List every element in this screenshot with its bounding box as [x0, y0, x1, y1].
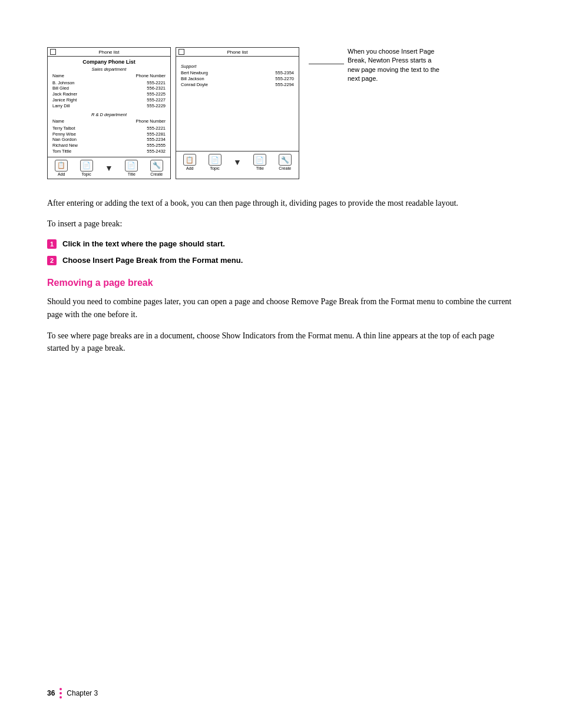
annotation-line: [309, 64, 344, 64]
footer-chapter: Chapter 3: [67, 689, 98, 697]
step-text-1: Click in the text where the page should …: [62, 239, 225, 249]
topic-icon-2: 📄: [209, 154, 222, 166]
toolbar-title-2: 📄 Title: [253, 154, 266, 170]
page-footer: 36 Chapter 3: [0, 688, 562, 699]
step-number-2: 2: [47, 256, 57, 265]
rd-row-1: Terry Talbot555-2221: [52, 126, 166, 131]
sales-row-4: Janice Right555-2227: [52, 97, 166, 103]
windows-container: Phone list Company Phone List Sales depa…: [47, 47, 299, 179]
illustration-container: Phone list Company Phone List Sales depa…: [47, 47, 515, 179]
dept2-label: R & D department: [52, 112, 166, 117]
toolbar-add-1: 📋 Add: [55, 160, 68, 176]
rd-row-2: Penny Wise555-2281: [52, 131, 166, 137]
toolbar-arrow-2: ▼: [233, 157, 242, 167]
toolbar-topic-2: 📄 Topic: [209, 154, 222, 170]
footer-dots: [59, 688, 62, 699]
toolbar-arrow-1: ▼: [105, 163, 113, 173]
window-1-titlebar: Phone list: [48, 48, 170, 57]
footer-dot-2: [59, 692, 62, 694]
sales-row-3: Jack Radner555-2225: [52, 91, 166, 97]
col-name-1: Name: [52, 73, 64, 80]
sales-row-2: Bill Gled556-2321: [52, 85, 166, 91]
window-2-body: Support Bert Newburg555-2354 Bill Jackso…: [176, 57, 299, 151]
create-icon-2: 🔧: [279, 154, 292, 166]
window-2-toolbar: 📋 Add 📄 Topic ▼ 📄 Title �: [176, 151, 299, 173]
toolbar-topic-1: 📄 Topic: [80, 160, 93, 176]
phone-list-window-1: Phone list Company Phone List Sales depa…: [47, 47, 171, 179]
section-heading: Removing a page break: [47, 278, 515, 288]
title-icon-1: 📄: [125, 160, 138, 172]
title-label-1: Title: [128, 172, 135, 176]
window-2-title: Phone list: [184, 50, 290, 55]
arrow-icon-1: ▼: [105, 163, 113, 173]
body-para-1: After entering or adding the text of a b…: [47, 197, 515, 210]
create-label-2: Create: [279, 166, 291, 170]
toolbar-title-1: 📄 Title: [125, 160, 138, 176]
create-label-1: Create: [150, 172, 163, 176]
section-para-1: Should you need to combine pages later, …: [47, 295, 515, 321]
rd-row-3: Nan Gordon555-2234: [52, 137, 166, 143]
add-label-1: Add: [58, 172, 65, 176]
toolbar-create-1: 🔧 Create: [150, 160, 163, 176]
step-text-2: Choose Insert Page Break from the Format…: [62, 255, 243, 266]
step-item-1: 1 Click in the text where the page shoul…: [47, 239, 515, 249]
topic-label-2: Topic: [210, 166, 219, 170]
window-1-body: Company Phone List Sales department Name…: [48, 57, 170, 157]
add-icon-2: 📋: [183, 154, 196, 166]
phone-header-1: Name Phone Number: [52, 73, 166, 80]
close-box-icon-2: [178, 49, 184, 55]
annotation-text: When you choose Insert Page Break, Newto…: [348, 47, 442, 84]
page-number: 36: [47, 689, 55, 697]
title-label-2: Title: [256, 166, 264, 170]
create-icon-1: 🔧: [150, 160, 163, 172]
section-para-2: To see where page breaks are in a docume…: [47, 330, 515, 355]
window-2-titlebar: Phone list: [176, 48, 299, 57]
sales-row-1: B. Johnson555-2221: [52, 80, 166, 86]
title-icon-2: 📄: [253, 154, 266, 166]
arrow-icon-2: ▼: [233, 157, 242, 167]
rd-row-4: Richard New555-2555: [52, 143, 166, 149]
rd-row-5: Tom Tittle555-2432: [52, 149, 166, 154]
step-item-2: 2 Choose Insert Page Break from the Form…: [47, 255, 515, 266]
window-1-title: Phone list: [56, 50, 162, 55]
step-number-1: 1: [47, 239, 57, 249]
window-1-toolbar: 📋 Add 📄 Topic ▼ 📄 Title �: [48, 157, 170, 179]
topic-icon-1: 📄: [80, 160, 93, 172]
support-row-3: Conrad Doyle555-2294: [181, 82, 294, 88]
add-icon-1: 📋: [55, 160, 68, 172]
phone-list-window-2: Phone list Support Bert Newburg555-2354 …: [176, 47, 299, 179]
body-para-2: To insert a page break:: [47, 218, 515, 230]
dept1-label: Sales department: [52, 67, 166, 72]
footer-dot-3: [59, 696, 62, 699]
step-list: 1 Click in the text where the page shoul…: [47, 239, 515, 266]
sales-row-5: Larry Dill555-2229: [52, 103, 166, 109]
close-box-icon: [50, 49, 56, 55]
annotation-area: When you choose Insert Page Break, Newto…: [309, 47, 442, 84]
footer-dot-1: [59, 688, 62, 690]
col-phone-1: Phone Number: [136, 73, 166, 80]
support-label: Support: [181, 64, 294, 69]
topic-label-1: Topic: [81, 172, 91, 176]
company-title: Company Phone List: [52, 59, 166, 65]
phone-header-2: Name Phone Number: [52, 118, 166, 125]
toolbar-add-2: 📋 Add: [183, 154, 196, 170]
support-row-2: Bill Jackson555-2270: [181, 76, 294, 82]
support-row-1: Bert Newburg555-2354: [181, 70, 294, 76]
add-label-2: Add: [186, 166, 193, 170]
toolbar-create-2: 🔧 Create: [279, 154, 292, 170]
